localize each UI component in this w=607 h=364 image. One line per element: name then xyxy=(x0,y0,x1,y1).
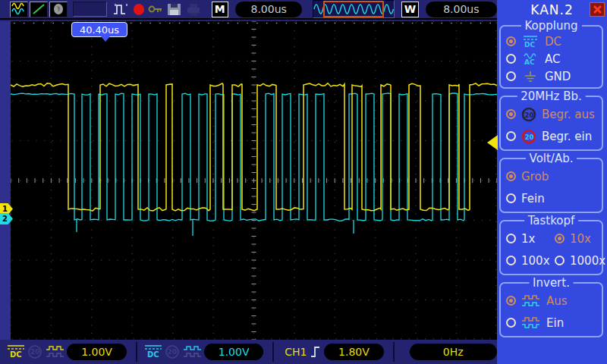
option-bwlimit-on[interactable]: 20 Begr. ein xyxy=(501,125,602,147)
option-probe-1x[interactable]: 1x xyxy=(501,228,549,249)
trigger-delay-readout[interactable]: 40.40us xyxy=(71,22,127,37)
option-invert-on[interactable]: Ein xyxy=(501,312,602,334)
invert-off-icon xyxy=(521,293,541,308)
invert-on-icon xyxy=(521,315,541,330)
trigger-source-label: CH1 xyxy=(285,346,307,358)
trigger-level-readout[interactable]: 1.80V xyxy=(324,344,383,360)
section-bandwidth: 20MHz Bb. 20 Begr. aus 20 Begr. ein xyxy=(499,96,603,151)
menu-title: KAN.2 xyxy=(530,2,573,17)
waveform-thumbnail[interactable] xyxy=(313,0,395,18)
option-coupling-dc[interactable]: DC DC xyxy=(501,33,602,50)
option-label: Fein xyxy=(521,192,545,206)
radio-icon xyxy=(506,296,516,306)
zoom-timebase-badge: W xyxy=(401,2,418,17)
option-probe-100x[interactable]: 100x xyxy=(501,249,549,271)
rising-edge-icon xyxy=(310,344,321,360)
trigger-frequency-readout: 0Hz xyxy=(410,344,497,360)
svg-text:DC: DC xyxy=(10,350,22,359)
radio-icon xyxy=(506,318,516,328)
radio-icon xyxy=(506,36,516,46)
radio-icon xyxy=(506,131,516,141)
option-fine[interactable]: Fein xyxy=(501,187,602,209)
option-coupling-gnd[interactable]: GND xyxy=(501,67,602,85)
option-label: 100x xyxy=(521,254,550,268)
svg-text:20: 20 xyxy=(525,133,534,140)
record-icon[interactable] xyxy=(134,4,144,15)
single-pulse-button[interactable] xyxy=(112,2,130,17)
radio-icon xyxy=(506,109,516,119)
option-label: Begr. ein xyxy=(542,130,592,143)
bw-limit-off-icon: 20 xyxy=(521,107,536,122)
option-label: DC xyxy=(545,35,561,49)
diagonal-line-icon xyxy=(30,2,47,16)
section-coupling: Kopplung DC DC AC AC xyxy=(499,25,603,89)
channels-button[interactable] xyxy=(10,2,28,17)
section-probe: Tastkopf 1x 10x 100x 1000x xyxy=(499,220,603,275)
option-label: Begr. aus xyxy=(542,108,595,121)
section-volts-adjust: Volt/Ab. Grob Fein xyxy=(499,158,603,213)
option-label: AC xyxy=(545,52,560,66)
option-coupling-ac[interactable]: AC AC xyxy=(501,50,602,67)
svg-text:AC: AC xyxy=(524,58,535,65)
main-timebase-readout: 8.00us xyxy=(235,2,303,17)
divider xyxy=(136,342,137,362)
option-invert-off[interactable]: Aus xyxy=(501,290,602,312)
radio-icon xyxy=(506,71,516,81)
radio-icon xyxy=(555,234,565,243)
svg-text:20: 20 xyxy=(525,111,534,118)
option-label: Grob xyxy=(521,170,549,184)
print-button[interactable] xyxy=(185,2,203,17)
ch1-dc-coupling-icon: DC xyxy=(6,344,24,360)
option-label: GND xyxy=(545,70,571,83)
option-probe-1000x[interactable]: 1000x xyxy=(549,249,605,271)
ac-coupling-icon: AC xyxy=(521,52,539,65)
left-strip xyxy=(0,21,11,340)
option-label: Ein xyxy=(546,316,564,330)
ch2-invert-status-icon xyxy=(183,345,201,359)
main-timebase-badge: M xyxy=(212,2,228,17)
option-coarse[interactable]: Grob xyxy=(501,165,602,187)
menu-header: KAN.2 xyxy=(497,0,607,20)
close-icon xyxy=(593,5,602,14)
section-title: Tastkopf xyxy=(524,214,579,228)
close-button[interactable] xyxy=(590,2,605,17)
radio-icon xyxy=(506,54,516,64)
status-bar: DC 20 1.00V DC 20 1.00V CH1 1.80V 0Hz xyxy=(0,340,497,364)
bw-limit-on-icon: 20 xyxy=(521,129,536,144)
image-button[interactable] xyxy=(49,2,68,17)
ch1-invert-status-icon xyxy=(46,345,64,359)
divider xyxy=(393,342,395,362)
option-bwlimit-off[interactable]: 20 Begr. aus xyxy=(501,103,602,125)
key-icon xyxy=(147,2,164,16)
trigger-level-arrow[interactable] xyxy=(487,135,498,150)
ch2-dc-coupling-icon: DC xyxy=(143,344,162,360)
floppy-icon xyxy=(166,2,182,17)
section-title: Volt/Ab. xyxy=(526,152,577,165)
radio-icon xyxy=(506,234,516,243)
zoom-window-selector[interactable] xyxy=(323,1,384,17)
image-blob-icon xyxy=(50,2,67,16)
option-probe-10x[interactable]: 10x xyxy=(549,228,605,249)
ch1-volts-readout[interactable]: 1.00V xyxy=(67,344,126,360)
section-title: Invert. xyxy=(529,276,574,290)
radio-icon xyxy=(506,193,516,203)
dc-coupling-icon: DC xyxy=(521,35,539,48)
section-title: Kopplung xyxy=(521,19,581,33)
save-button[interactable] xyxy=(165,2,183,17)
ground-icon xyxy=(521,70,539,83)
oscilloscope-screen: M 8.00us W 8.00us KAN.2 Kopplung xyxy=(0,0,607,364)
section-invert: Invert. Aus Ein xyxy=(499,282,603,337)
graticule-and-traces xyxy=(11,21,497,340)
pulse-icon xyxy=(112,2,129,16)
ch2-volts-readout[interactable]: 1.00V xyxy=(204,344,263,360)
svg-text:DC: DC xyxy=(524,41,535,48)
ch2-bw-limit-icon: 20 xyxy=(165,345,179,359)
top-toolbar: M 8.00us W 8.00us xyxy=(0,0,497,20)
channel-waves-icon xyxy=(11,2,27,16)
radio-icon xyxy=(555,256,565,265)
cursor-button[interactable] xyxy=(30,2,48,17)
waveform-display: 40.40us xyxy=(11,21,497,340)
divider xyxy=(272,342,274,362)
lock-button[interactable] xyxy=(146,2,164,17)
option-label: 1000x xyxy=(570,254,605,268)
